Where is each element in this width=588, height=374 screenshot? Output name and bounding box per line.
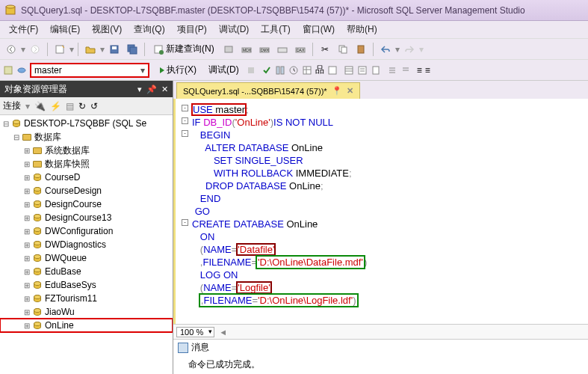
undo-button[interactable]	[377, 41, 394, 58]
svg-text:MDX: MDX	[243, 48, 252, 52]
menu-edit[interactable]: 编辑(E)	[44, 22, 86, 37]
menu-view[interactable]: 视图(V)	[86, 22, 128, 37]
uncomment-button[interactable]	[400, 65, 411, 76]
database-label: DWConfiguration	[45, 226, 113, 236]
menu-file[interactable]: 文件(F)	[3, 22, 44, 37]
paste-button[interactable]	[353, 41, 369, 58]
disconnect-icon[interactable]: ⚡	[50, 101, 61, 111]
nav-back-button[interactable]	[3, 41, 19, 58]
close-icon[interactable]: ✕	[161, 85, 168, 94]
new-query-button[interactable]: 新建查询(N)	[149, 41, 219, 57]
tree-database-designcourse13[interactable]: ⊞DesignCourse13	[0, 211, 173, 224]
code-editor[interactable]: -USE master; -IF DB_ID('OnLine')IS NOT N…	[173, 99, 588, 324]
tb-dmx-icon[interactable]: DMX	[256, 41, 273, 58]
indent-button[interactable]: ≡	[417, 65, 422, 76]
menu-help[interactable]: 帮助(H)	[341, 22, 383, 37]
filter-icon[interactable]: ▤	[66, 101, 74, 111]
tree-database-designcourse[interactable]: ⊞DesignCourse	[0, 197, 173, 211]
svg-rect-6	[112, 46, 117, 49]
results-grid-button[interactable]	[344, 65, 354, 76]
pin-icon[interactable]: 📌	[146, 85, 157, 94]
debug-button[interactable]: 调试(D)	[204, 62, 244, 78]
close-tab-icon[interactable]: ✕	[347, 86, 353, 96]
folder-icon	[31, 159, 43, 169]
tb2-icon-5[interactable]	[302, 65, 312, 76]
svg-rect-21	[358, 46, 364, 53]
tb2-icon-2[interactable]	[16, 65, 27, 76]
tb-dax-icon[interactable]: DAX	[292, 41, 309, 58]
database-label: DesignCourse13	[45, 212, 111, 223]
menu-debug[interactable]: 调试(D)	[213, 22, 256, 37]
tree-db-snapshot[interactable]: ⊞ 数据库快照	[0, 157, 173, 171]
main-area: 对象资源管理器 ▾ 📌 ✕ 连接 ▾ 🔌 ⚡ ▤ ↻ ↺ ⊟ DESKTOP-L…	[0, 81, 588, 374]
tree-databases-folder[interactable]: ⊟ 数据库	[0, 130, 173, 144]
tb-mdx-icon[interactable]: MDX	[238, 41, 255, 58]
database-icon	[31, 199, 43, 209]
zoom-dropdown[interactable]: 100 %	[176, 327, 214, 337]
copy-button[interactable]	[335, 41, 351, 58]
menu-project[interactable]: 项目(P)	[171, 22, 213, 37]
tree-database-edubase[interactable]: ⊞EduBase	[0, 265, 173, 278]
messages-tab[interactable]: 消息	[173, 339, 588, 355]
results-file-button[interactable]	[371, 65, 381, 76]
server-label: DESKTOP-L7SQBBF (SQL Se	[24, 118, 146, 129]
tree-database-fztourism11[interactable]: ⊞FZTourism11	[0, 292, 173, 305]
zoom-bar: 100 % ◄	[173, 324, 588, 339]
tree-database-coursed[interactable]: ⊞CourseD	[0, 171, 173, 184]
tree-sys-databases[interactable]: ⊞ 系统数据库	[0, 144, 173, 157]
svg-rect-38	[373, 67, 379, 74]
debug-label: 调试(D)	[208, 64, 239, 76]
database-icon	[31, 280, 43, 290]
new-button[interactable]	[52, 41, 68, 58]
outdent-button[interactable]: ≡	[425, 65, 430, 76]
results-text-button[interactable]	[357, 65, 368, 76]
messages-text: 命令已成功完成。	[188, 359, 260, 370]
tree-database-dwdiagnostics[interactable]: ⊞DWDiagnostics	[0, 238, 173, 251]
tb2-icon-4[interactable]	[288, 65, 299, 76]
tb2-icon-6[interactable]: 品	[315, 64, 324, 76]
execute-button[interactable]: 执行(X)	[155, 62, 201, 78]
tb2-icon-1[interactable]	[3, 65, 13, 76]
tb2-icon-3[interactable]	[275, 65, 285, 76]
tree-database-online[interactable]: ⊞OnLine	[0, 319, 173, 332]
database-label: EduBaseSys	[45, 280, 96, 290]
nav-forward-button[interactable]	[27, 41, 43, 58]
comment-button[interactable]	[387, 65, 397, 76]
messages-tab-label: 消息	[191, 341, 209, 354]
svg-rect-25	[276, 67, 279, 74]
title-bar: SQLQuery1.sql - DESKTOP-L7SQBBF.master (…	[0, 0, 588, 21]
tb-xmla-icon[interactable]	[274, 41, 291, 58]
tree-database-dwconfiguration[interactable]: ⊞DWConfiguration	[0, 224, 173, 238]
object-tree[interactable]: ⊟ DESKTOP-L7SQBBF (SQL Se ⊟ 数据库 ⊞ 系统数据库 …	[0, 115, 173, 374]
database-dropdown[interactable]: master	[30, 63, 149, 78]
database-icon	[31, 253, 43, 263]
stop-button[interactable]	[247, 66, 256, 75]
dropdown-icon[interactable]: ▾	[137, 85, 142, 94]
tb2-icon-7[interactable]	[327, 65, 338, 76]
tree-database-dwqueue[interactable]: ⊞DWQueue	[0, 251, 173, 265]
tree-server[interactable]: ⊟ DESKTOP-L7SQBBF (SQL Se	[0, 117, 173, 130]
object-explorer: 对象资源管理器 ▾ 📌 ✕ 连接 ▾ 🔌 ⚡ ▤ ↻ ↺ ⊟ DESKTOP-L…	[0, 81, 173, 374]
menu-window[interactable]: 窗口(W)	[297, 22, 341, 37]
menu-tools[interactable]: 工具(T)	[255, 22, 296, 37]
database-label: JiaoWu	[45, 307, 75, 317]
connect-icon[interactable]: 🔌	[34, 101, 46, 111]
parse-button[interactable]	[261, 65, 272, 76]
stop-refresh-icon[interactable]: ↺	[90, 101, 98, 111]
pin-tab-icon[interactable]: 📍	[332, 86, 342, 96]
editor-tab[interactable]: SQLQuery1.sql -...SQBBF\15474 (57))* 📍 ✕	[176, 82, 360, 99]
tree-database-edubasesys[interactable]: ⊞EduBaseSys	[0, 278, 173, 292]
database-label: DesignCourse	[45, 199, 102, 209]
database-icon	[31, 320, 43, 331]
tb-icon-1[interactable]	[220, 41, 237, 58]
open-button[interactable]	[82, 41, 99, 58]
save-button[interactable]	[106, 41, 123, 58]
cut-button[interactable]: ✂	[317, 41, 333, 58]
menu-query[interactable]: 查询(Q)	[128, 22, 170, 37]
svg-rect-4	[56, 46, 64, 53]
tree-database-coursedesign[interactable]: ⊞CourseDesign	[0, 184, 173, 197]
redo-button[interactable]	[401, 41, 418, 58]
tree-database-jiaowu[interactable]: ⊞JiaoWu	[0, 305, 173, 319]
refresh-icon[interactable]: ↻	[78, 101, 86, 111]
save-all-button[interactable]	[124, 41, 140, 58]
